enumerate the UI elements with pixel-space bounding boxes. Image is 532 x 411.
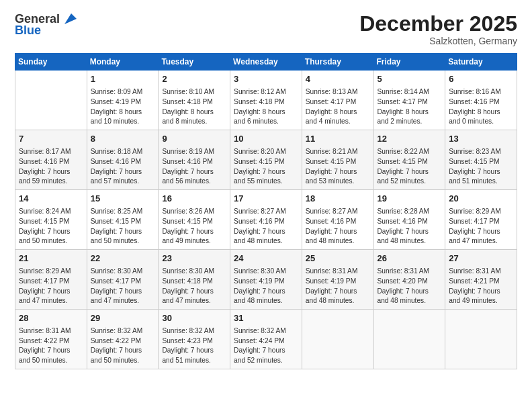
day-info: Sunrise: 8:27 AM (306, 207, 370, 217)
day-info: Sunrise: 8:14 AM (378, 87, 442, 97)
day-info: Sunrise: 8:22 AM (378, 147, 442, 157)
day-number: 1 (91, 73, 155, 86)
day-info: Daylight: 7 hours (449, 287, 513, 297)
day-info: Sunset: 4:15 PM (19, 217, 83, 227)
day-info: Sunrise: 8:24 AM (19, 207, 83, 217)
day-info: Sunrise: 8:27 AM (234, 207, 298, 217)
table-row: 23Sunrise: 8:30 AMSunset: 4:18 PMDayligh… (159, 250, 230, 310)
day-info: and 49 minutes. (162, 236, 226, 246)
day-info: Sunset: 4:16 PM (378, 217, 442, 227)
calendar-week-row: 1Sunrise: 8:09 AMSunset: 4:19 PMDaylight… (15, 71, 517, 130)
day-info: and 52 minutes. (234, 356, 298, 366)
day-info: Daylight: 8 hours (91, 107, 155, 118)
day-info: Sunrise: 8:09 AM (91, 87, 155, 97)
day-number: 8 (91, 133, 155, 146)
title-block: December 2025 Salzkotten, Germany (359, 12, 517, 46)
day-number: 11 (306, 133, 370, 146)
day-info: Sunset: 4:16 PM (19, 157, 83, 167)
day-info: Daylight: 7 hours (19, 346, 83, 356)
day-info: and 47 minutes. (162, 296, 226, 306)
day-info: Daylight: 7 hours (234, 346, 298, 356)
day-info: and 53 minutes. (306, 177, 370, 187)
day-info: Sunrise: 8:30 AM (91, 267, 155, 277)
svg-marker-0 (64, 13, 77, 24)
table-row: 31Sunrise: 8:32 AMSunset: 4:24 PMDayligh… (230, 310, 302, 369)
day-number: 16 (162, 193, 226, 205)
day-info: Sunset: 4:15 PM (449, 157, 513, 167)
day-number: 25 (306, 253, 370, 265)
day-info: Sunset: 4:17 PM (378, 97, 442, 107)
day-info: Sunrise: 8:29 AM (449, 207, 513, 217)
day-info: Daylight: 7 hours (162, 346, 226, 356)
table-row: 10Sunrise: 8:20 AMSunset: 4:15 PMDayligh… (230, 130, 302, 190)
day-info: Sunset: 4:22 PM (19, 336, 83, 347)
day-info: Sunrise: 8:30 AM (234, 267, 298, 277)
day-info: Sunrise: 8:32 AM (91, 326, 155, 336)
day-info: Sunset: 4:24 PM (234, 336, 298, 347)
day-info: and 51 minutes. (162, 356, 226, 366)
day-info: Daylight: 7 hours (378, 167, 442, 177)
day-info: Sunrise: 8:13 AM (306, 87, 370, 97)
day-info: and 6 minutes. (234, 117, 298, 127)
day-info: Sunrise: 8:21 AM (306, 147, 370, 157)
day-info: Sunset: 4:17 PM (91, 277, 155, 287)
day-info: Daylight: 7 hours (19, 287, 83, 297)
day-info: Sunset: 4:21 PM (449, 277, 513, 287)
day-info: Daylight: 7 hours (91, 167, 155, 177)
table-row: 21Sunrise: 8:29 AMSunset: 4:17 PMDayligh… (15, 250, 87, 310)
day-number: 12 (378, 133, 442, 146)
logo-blue: Blue (15, 24, 41, 38)
day-info: Daylight: 7 hours (306, 287, 370, 297)
day-info: Sunset: 4:18 PM (162, 97, 226, 107)
day-info: Daylight: 7 hours (162, 227, 226, 237)
day-info: Sunrise: 8:18 AM (91, 147, 155, 157)
day-info: Sunset: 4:19 PM (306, 277, 370, 287)
table-row (302, 310, 373, 369)
day-number: 14 (19, 193, 83, 205)
day-info: and 48 minutes. (378, 236, 442, 246)
day-info: Sunset: 4:16 PM (449, 97, 513, 107)
day-info: Daylight: 7 hours (449, 227, 513, 237)
day-info: Sunrise: 8:10 AM (162, 87, 226, 97)
day-info: Sunset: 4:15 PM (162, 217, 226, 227)
header: General Blue December 2025 Salzkotten, G… (15, 12, 517, 46)
table-row: 8Sunrise: 8:18 AMSunset: 4:16 PMDaylight… (87, 130, 159, 190)
day-info: and 57 minutes. (91, 177, 155, 187)
day-info: Daylight: 7 hours (162, 287, 226, 297)
day-info: and 50 minutes. (91, 356, 155, 366)
table-row: 18Sunrise: 8:27 AMSunset: 4:16 PMDayligh… (302, 190, 373, 250)
day-number: 6 (449, 73, 513, 86)
day-info: Daylight: 7 hours (306, 227, 370, 237)
day-number: 30 (162, 312, 226, 325)
day-info: Sunset: 4:16 PM (234, 217, 298, 227)
day-info: Sunset: 4:18 PM (162, 277, 226, 287)
day-info: Daylight: 8 hours (162, 107, 226, 118)
day-number: 4 (306, 73, 370, 86)
day-info: Daylight: 7 hours (91, 346, 155, 356)
table-row: 22Sunrise: 8:30 AMSunset: 4:17 PMDayligh… (87, 250, 159, 310)
day-info: Sunrise: 8:12 AM (234, 87, 298, 97)
day-info: Sunset: 4:19 PM (91, 97, 155, 107)
day-info: and 50 minutes. (19, 356, 83, 366)
day-info: and 48 minutes. (234, 236, 298, 246)
day-number: 2 (162, 73, 226, 86)
day-info: and 47 minutes. (449, 236, 513, 246)
table-row: 28Sunrise: 8:31 AMSunset: 4:22 PMDayligh… (15, 310, 87, 369)
day-info: and 48 minutes. (234, 296, 298, 306)
table-row (15, 71, 87, 130)
day-info: Daylight: 7 hours (91, 287, 155, 297)
table-row: 29Sunrise: 8:32 AMSunset: 4:22 PMDayligh… (87, 310, 159, 369)
day-info: and 47 minutes. (19, 296, 83, 306)
day-info: Daylight: 7 hours (234, 287, 298, 297)
table-row: 12Sunrise: 8:22 AMSunset: 4:15 PMDayligh… (373, 130, 445, 190)
col-wednesday: Wednesday (230, 54, 302, 71)
day-number: 27 (449, 253, 513, 265)
day-number: 23 (162, 253, 226, 265)
day-info: Daylight: 7 hours (91, 227, 155, 237)
day-info: Daylight: 7 hours (162, 167, 226, 177)
table-row (373, 310, 445, 369)
col-thursday: Thursday (302, 54, 373, 71)
table-row: 3Sunrise: 8:12 AMSunset: 4:18 PMDaylight… (230, 71, 302, 130)
col-monday: Monday (87, 54, 159, 71)
table-row: 6Sunrise: 8:16 AMSunset: 4:16 PMDaylight… (445, 71, 517, 130)
